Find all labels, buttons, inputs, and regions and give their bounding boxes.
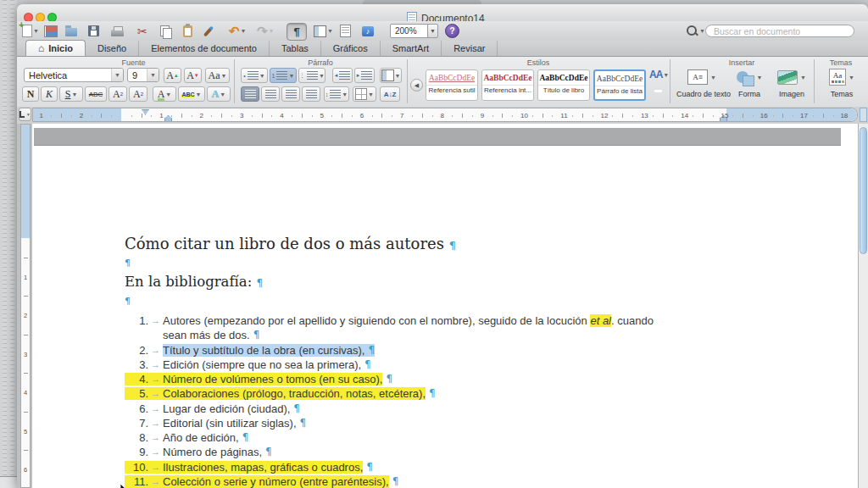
vertical-ruler[interactable]: 123456 bbox=[20, 124, 31, 488]
font-size-select[interactable]: 9▼ bbox=[127, 68, 159, 82]
align-left-button[interactable] bbox=[241, 86, 259, 102]
change-case-button[interactable]: Aa▼ bbox=[205, 68, 230, 83]
first-line-indent-marker[interactable] bbox=[142, 109, 149, 115]
paste-button[interactable] bbox=[183, 23, 192, 39]
superscript-button[interactable]: A2 bbox=[108, 86, 127, 102]
columns-button[interactable]: ▼ bbox=[380, 68, 402, 83]
themes-button[interactable]: Aa▼ Temas bbox=[822, 67, 861, 98]
text-effects-button[interactable]: A▼ bbox=[207, 86, 231, 102]
scrollbar-thumb[interactable] bbox=[860, 127, 867, 254]
left-margin-area bbox=[33, 108, 121, 121]
media-browser-button[interactable]: ♪ bbox=[362, 23, 374, 39]
open-button[interactable] bbox=[65, 23, 77, 39]
ruler-tick bbox=[732, 115, 733, 117]
document-subheading: En la bibliografía: ¶ bbox=[125, 274, 263, 290]
grow-font-button[interactable]: A▲ bbox=[164, 68, 181, 83]
cut-button[interactable]: ✂ bbox=[137, 23, 147, 39]
list-item: 11.→Colección o serie y número (entre pa… bbox=[125, 475, 398, 488]
ruler-label: 2 bbox=[80, 112, 83, 119]
align-right-button[interactable] bbox=[281, 86, 300, 102]
document-view-button[interactable] bbox=[340, 23, 351, 39]
ruler-tick bbox=[92, 115, 92, 117]
search-scope-button[interactable]: ▼ bbox=[687, 25, 705, 36]
save-button[interactable] bbox=[88, 23, 99, 39]
line-spacing-button[interactable]: ↕▼ bbox=[324, 86, 349, 102]
tab-arrow-mark: → bbox=[148, 446, 163, 458]
style-card-referencia-intensa[interactable]: AaBbCcDdEe Referencia int... bbox=[481, 69, 534, 101]
undo-button[interactable]: ↶▼ bbox=[229, 23, 247, 39]
borders-button[interactable]: ▼ bbox=[353, 86, 376, 102]
style-card-parrafo-de-lista[interactable]: AaBbCcDdEe Párrafo de lista bbox=[593, 69, 646, 101]
list-lines-icon bbox=[339, 71, 350, 80]
format-brush-button[interactable] bbox=[207, 23, 210, 39]
tab-revisar[interactable]: Revisar bbox=[442, 41, 498, 56]
bold-button[interactable]: N bbox=[22, 86, 39, 102]
insert-shape-button[interactable]: ▼ Forma bbox=[731, 67, 768, 98]
style-card-titulo-de-libro[interactable]: AaBbCcDdEe Título de libro bbox=[537, 69, 590, 101]
font-color-button[interactable]: A▼ bbox=[153, 86, 176, 102]
ruler-label: 18 bbox=[840, 112, 848, 119]
zoom-select-arrow[interactable]: ▼ bbox=[427, 24, 438, 38]
chevron-down-icon: ▼ bbox=[757, 75, 763, 80]
shrink-font-button[interactable]: A▼ bbox=[184, 68, 202, 83]
styles-scroll-left-button[interactable]: ◀ bbox=[410, 79, 423, 92]
chevron-down-icon: ▼ bbox=[327, 28, 333, 34]
insert-textbox-button[interactable]: A≡▼ Cuadro de texto bbox=[676, 67, 727, 98]
document-page[interactable]: Cómo citar un libro de dos o más autores… bbox=[32, 124, 858, 488]
redo-button[interactable]: ↷▼ bbox=[257, 23, 275, 39]
bullet-list-button[interactable]: •▼ bbox=[241, 68, 268, 83]
ruler-tick bbox=[231, 115, 232, 117]
list-text-segment: Título y subtítulo de la obra (en cursiv… bbox=[163, 344, 364, 357]
search-input[interactable]: Buscar en documento bbox=[705, 25, 854, 37]
multilevel-list-button[interactable]: ⋮▼ bbox=[298, 68, 326, 83]
pilcrow-mark: ¶ bbox=[364, 358, 371, 371]
ruler-tick bbox=[142, 114, 142, 118]
subscript-button[interactable]: A2 bbox=[129, 86, 147, 102]
print-button[interactable] bbox=[111, 23, 124, 39]
italic-button[interactable]: K bbox=[41, 86, 58, 102]
decrease-indent-button[interactable]: ◂ bbox=[332, 68, 353, 83]
align-center-button[interactable] bbox=[261, 86, 280, 102]
numbered-list-button[interactable]: 1▼ bbox=[270, 68, 297, 83]
group-label-fuente: Fuente bbox=[34, 58, 233, 67]
list-text-segment: Autores (empezando por el apellido y sig… bbox=[163, 314, 590, 327]
pilcrow-mark: ¶ bbox=[449, 239, 456, 252]
copy-button[interactable] bbox=[160, 23, 170, 39]
tab-elementos[interactable]: Elementos de documento bbox=[139, 41, 270, 56]
ruler-tick bbox=[221, 114, 222, 118]
insert-image-button[interactable]: ▼ Imagen bbox=[771, 67, 812, 98]
ruler-label: 15 bbox=[721, 112, 729, 119]
list-number: 3. bbox=[125, 358, 148, 371]
ruler-label: 1 bbox=[159, 112, 163, 119]
help-button[interactable]: ? bbox=[445, 23, 459, 39]
empty-paragraph-mark: ¶ bbox=[125, 296, 131, 307]
justify-button[interactable] bbox=[302, 86, 320, 102]
gallery-button[interactable] bbox=[44, 23, 58, 39]
layout-button[interactable]: ▼ bbox=[314, 23, 333, 39]
manage-styles-button[interactable]: AA▼ bbox=[649, 69, 669, 80]
tab-tablas[interactable]: Tablas bbox=[270, 41, 321, 56]
list-text-segment: . cuando bbox=[611, 314, 654, 327]
style-card-referencia-sutil[interactable]: AaBbCcDdEe Referencia sutil bbox=[426, 69, 478, 101]
group-label-estilos: Estilos bbox=[409, 58, 668, 67]
ruler-label: 13 bbox=[641, 112, 648, 119]
new-document-button[interactable]: ▼ bbox=[22, 23, 39, 39]
ruler-tick bbox=[542, 114, 543, 118]
horizontal-ruler[interactable]: 21123456789101112131415161718 bbox=[32, 108, 858, 122]
underline-button[interactable]: S▼ bbox=[59, 86, 83, 102]
tab-smartart[interactable]: SmartArt bbox=[381, 41, 442, 56]
scissors-icon: ✂ bbox=[137, 25, 147, 38]
tab-diseno[interactable]: Diseño bbox=[86, 41, 139, 56]
zoom-select[interactable]: 200% bbox=[390, 24, 431, 38]
show-paragraph-marks-button[interactable]: ¶ bbox=[287, 23, 307, 41]
tab-inicio[interactable]: ⌂Inicio bbox=[25, 40, 86, 56]
standard-toolbar: ▼ ✂ ↶▼ ↷▼ ¶ ▼ ♪ 200% ▼ ? ▼ Buscar en doc… bbox=[17, 21, 868, 42]
increase-indent-button[interactable]: ▸ bbox=[354, 68, 375, 83]
list-number: 5. bbox=[125, 387, 148, 400]
sort-button[interactable]: A↓Z bbox=[380, 86, 400, 102]
tab-graficos[interactable]: Gráficos bbox=[321, 41, 381, 56]
font-name-select[interactable]: Helvetica▼ bbox=[24, 68, 124, 82]
highlight-button[interactable]: ABC▼ bbox=[178, 86, 205, 102]
strikethrough-button[interactable]: ABC bbox=[85, 86, 107, 102]
tab-selector[interactable]: ▼ bbox=[19, 108, 31, 121]
